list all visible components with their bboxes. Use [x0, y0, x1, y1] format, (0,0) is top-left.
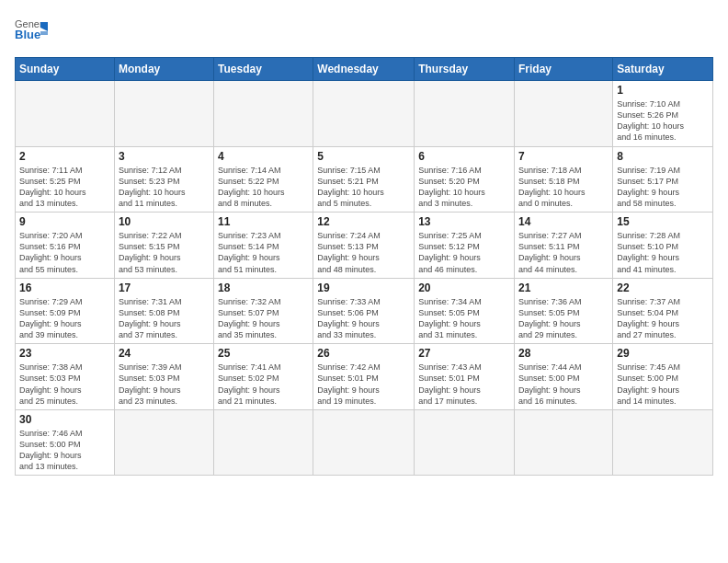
day-info: Sunrise: 7:25 AM Sunset: 5:12 PM Dayligh… [418, 230, 510, 275]
day-number: 16 [19, 282, 110, 294]
day-number: 28 [518, 347, 609, 360]
day-number: 12 [317, 215, 410, 228]
day-info: Sunrise: 7:45 AM Sunset: 5:00 PM Dayligh… [617, 362, 709, 407]
day-number: 24 [119, 347, 210, 360]
day-info: Sunrise: 7:14 AM Sunset: 5:22 PM Dayligh… [218, 165, 309, 210]
weekday-header-friday: Friday [515, 58, 613, 81]
day-number: 21 [518, 282, 609, 294]
calendar-cell: 21Sunrise: 7:36 AM Sunset: 5:05 PM Dayli… [515, 278, 613, 344]
day-info: Sunrise: 7:39 AM Sunset: 5:03 PM Dayligh… [119, 362, 210, 407]
logo-icon: General Blue [15, 15, 48, 48]
day-info: Sunrise: 7:10 AM Sunset: 5:26 PM Dayligh… [617, 98, 709, 144]
calendar-cell [114, 81, 213, 147]
day-number: 30 [19, 413, 110, 426]
day-number: 26 [317, 347, 410, 360]
calendar-cell: 25Sunrise: 7:41 AM Sunset: 5:02 PM Dayli… [214, 344, 313, 410]
calendar-cell: 18Sunrise: 7:32 AM Sunset: 5:07 PM Dayli… [214, 278, 313, 344]
day-info: Sunrise: 7:11 AM Sunset: 5:25 PM Dayligh… [19, 165, 110, 210]
week-row-5: 30Sunrise: 7:46 AM Sunset: 5:00 PM Dayli… [16, 409, 713, 476]
day-number: 22 [617, 282, 709, 294]
day-number: 29 [617, 347, 709, 360]
calendar-cell: 10Sunrise: 7:22 AM Sunset: 5:15 PM Dayli… [114, 213, 213, 279]
day-info: Sunrise: 7:34 AM Sunset: 5:05 PM Dayligh… [418, 296, 510, 341]
week-row-3: 16Sunrise: 7:29 AM Sunset: 5:09 PM Dayli… [16, 278, 713, 344]
day-info: Sunrise: 7:32 AM Sunset: 5:07 PM Dayligh… [218, 296, 309, 341]
day-number: 19 [317, 282, 410, 294]
calendar-cell: 3Sunrise: 7:12 AM Sunset: 5:23 PM Daylig… [114, 146, 213, 213]
day-info: Sunrise: 7:42 AM Sunset: 5:01 PM Dayligh… [317, 362, 410, 407]
day-number: 5 [317, 150, 410, 163]
day-info: Sunrise: 7:20 AM Sunset: 5:16 PM Dayligh… [19, 230, 110, 275]
calendar-cell: 1Sunrise: 7:10 AM Sunset: 5:26 PM Daylig… [613, 81, 713, 147]
calendar-cell: 20Sunrise: 7:34 AM Sunset: 5:05 PM Dayli… [415, 278, 515, 344]
calendar-cell: 24Sunrise: 7:39 AM Sunset: 5:03 PM Dayli… [114, 344, 213, 410]
calendar-cell: 17Sunrise: 7:31 AM Sunset: 5:08 PM Dayli… [114, 278, 213, 344]
calendar-cell: 19Sunrise: 7:33 AM Sunset: 5:06 PM Dayli… [313, 278, 415, 344]
day-number: 27 [418, 347, 510, 360]
calendar-cell: 14Sunrise: 7:27 AM Sunset: 5:11 PM Dayli… [515, 213, 613, 279]
calendar-table: SundayMondayTuesdayWednesdayThursdayFrid… [15, 57, 713, 476]
calendar-cell: 23Sunrise: 7:38 AM Sunset: 5:03 PM Dayli… [16, 344, 115, 410]
calendar-cell: 4Sunrise: 7:14 AM Sunset: 5:22 PM Daylig… [214, 146, 313, 213]
day-info: Sunrise: 7:22 AM Sunset: 5:15 PM Dayligh… [119, 230, 210, 275]
day-info: Sunrise: 7:44 AM Sunset: 5:00 PM Dayligh… [518, 362, 609, 407]
day-number: 7 [518, 150, 609, 163]
day-number: 9 [19, 215, 110, 228]
calendar-cell [515, 81, 613, 147]
calendar-cell: 16Sunrise: 7:29 AM Sunset: 5:09 PM Dayli… [16, 278, 115, 344]
day-info: Sunrise: 7:38 AM Sunset: 5:03 PM Dayligh… [19, 362, 110, 407]
calendar-cell: 29Sunrise: 7:45 AM Sunset: 5:00 PM Dayli… [613, 344, 713, 410]
day-number: 14 [518, 215, 609, 228]
calendar-cell [16, 81, 115, 147]
day-info: Sunrise: 7:33 AM Sunset: 5:06 PM Dayligh… [317, 296, 410, 341]
calendar-cell: 2Sunrise: 7:11 AM Sunset: 5:25 PM Daylig… [16, 146, 115, 213]
calendar-cell: 12Sunrise: 7:24 AM Sunset: 5:13 PM Dayli… [313, 213, 415, 279]
day-number: 17 [119, 282, 210, 294]
day-info: Sunrise: 7:31 AM Sunset: 5:08 PM Dayligh… [119, 296, 210, 341]
weekday-header-thursday: Thursday [415, 58, 515, 81]
svg-marker-3 [40, 31, 48, 35]
calendar-cell: 13Sunrise: 7:25 AM Sunset: 5:12 PM Dayli… [415, 213, 515, 279]
day-number: 18 [218, 282, 309, 294]
day-info: Sunrise: 7:29 AM Sunset: 5:09 PM Dayligh… [19, 296, 110, 341]
day-info: Sunrise: 7:18 AM Sunset: 5:18 PM Dayligh… [518, 165, 609, 210]
calendar-cell: 30Sunrise: 7:46 AM Sunset: 5:00 PM Dayli… [16, 409, 115, 476]
day-info: Sunrise: 7:16 AM Sunset: 5:20 PM Dayligh… [418, 165, 510, 210]
day-info: Sunrise: 7:27 AM Sunset: 5:11 PM Dayligh… [518, 230, 609, 275]
calendar-cell [114, 409, 213, 476]
calendar-cell [415, 409, 515, 476]
weekday-header-wednesday: Wednesday [313, 58, 415, 81]
calendar-cell [415, 81, 515, 147]
day-number: 15 [617, 215, 709, 228]
day-info: Sunrise: 7:19 AM Sunset: 5:17 PM Dayligh… [617, 165, 709, 210]
day-info: Sunrise: 7:23 AM Sunset: 5:14 PM Dayligh… [218, 230, 309, 275]
day-number: 10 [119, 215, 210, 228]
day-info: Sunrise: 7:28 AM Sunset: 5:10 PM Dayligh… [617, 230, 709, 275]
svg-marker-2 [40, 22, 48, 31]
day-number: 13 [418, 215, 510, 228]
day-info: Sunrise: 7:15 AM Sunset: 5:21 PM Dayligh… [317, 165, 410, 210]
calendar-cell [613, 409, 713, 476]
day-number: 6 [418, 150, 510, 163]
calendar-cell [313, 81, 415, 147]
day-number: 3 [119, 150, 210, 163]
calendar-cell: 6Sunrise: 7:16 AM Sunset: 5:20 PM Daylig… [415, 146, 515, 213]
week-row-4: 23Sunrise: 7:38 AM Sunset: 5:03 PM Dayli… [16, 344, 713, 410]
day-number: 11 [218, 215, 309, 228]
day-number: 20 [418, 282, 510, 294]
calendar-cell: 7Sunrise: 7:18 AM Sunset: 5:18 PM Daylig… [515, 146, 613, 213]
day-number: 8 [617, 150, 709, 163]
day-info: Sunrise: 7:12 AM Sunset: 5:23 PM Dayligh… [119, 165, 210, 210]
day-number: 1 [617, 84, 709, 97]
week-row-1: 2Sunrise: 7:11 AM Sunset: 5:25 PM Daylig… [16, 146, 713, 213]
weekday-header-sunday: Sunday [16, 58, 115, 81]
calendar-cell: 26Sunrise: 7:42 AM Sunset: 5:01 PM Dayli… [313, 344, 415, 410]
day-number: 4 [218, 150, 309, 163]
day-info: Sunrise: 7:37 AM Sunset: 5:04 PM Dayligh… [617, 296, 709, 341]
day-number: 2 [19, 150, 110, 163]
weekday-header-monday: Monday [114, 58, 213, 81]
day-info: Sunrise: 7:41 AM Sunset: 5:02 PM Dayligh… [218, 362, 309, 407]
calendar-cell [214, 81, 313, 147]
calendar-cell: 5Sunrise: 7:15 AM Sunset: 5:21 PM Daylig… [313, 146, 415, 213]
day-info: Sunrise: 7:43 AM Sunset: 5:01 PM Dayligh… [418, 362, 510, 407]
